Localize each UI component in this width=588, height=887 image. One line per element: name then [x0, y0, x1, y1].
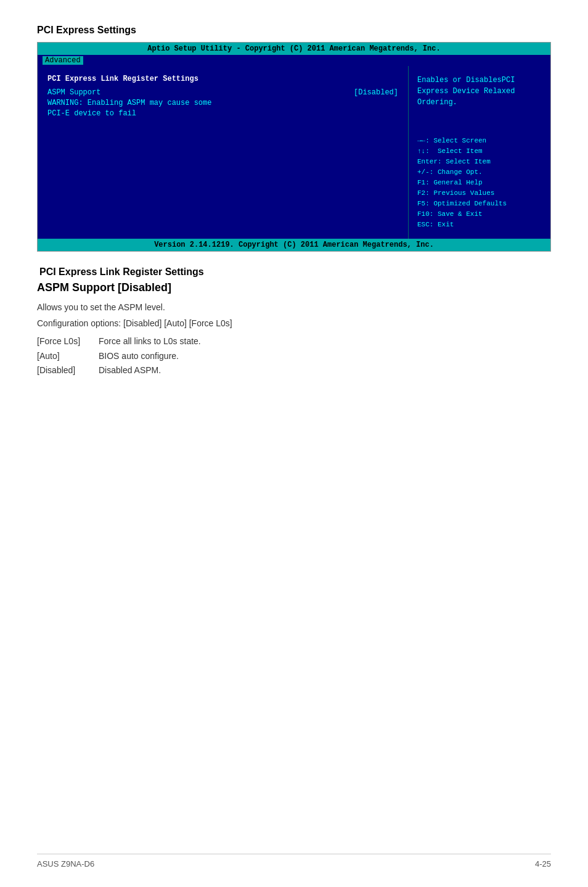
section-title: PCI Express Settings	[37, 25, 551, 36]
footer-right: 4-25	[535, 859, 551, 868]
description-line1: Allows you to set the ASPM level.	[37, 300, 551, 314]
option-val-auto: BIOS auto configure.	[99, 349, 551, 364]
bios-aspm-value: [Disabled]	[354, 88, 398, 97]
options-table: [Force L0s] Force all links to L0s state…	[37, 334, 551, 378]
bios-header: Aptio Setup Utility - Copyright (C) 2011…	[38, 43, 550, 55]
footer-left: ASUS Z9NA-D6	[37, 859, 94, 868]
bios-aspm-label: ASPM Support	[47, 88, 100, 97]
bios-screenshot: Aptio Setup Utility - Copyright (C) 2011…	[37, 42, 551, 252]
bios-keys: →←: Select Screen ↑↓: Select Item Enter:…	[417, 136, 542, 230]
description-line2: Configuration options: [Disabled] [Auto]…	[37, 316, 551, 330]
bios-tab-row: Advanced	[38, 55, 550, 66]
option-key-forcel0s: [Force L0s]	[37, 334, 99, 349]
bios-section-label: PCI Express Link Register Settings	[47, 75, 398, 83]
option-row-disabled: [Disabled] Disabled ASPM.	[37, 363, 551, 378]
bios-footer: Version 2.14.1219. Copyright (C) 2011 Am…	[38, 239, 550, 251]
option-val-disabled: Disabled ASPM.	[99, 363, 551, 378]
bios-right-panel: Enables or DisablesPCIExpress Device Rel…	[409, 66, 550, 239]
bios-main: PCI Express Link Register Settings ASPM …	[38, 66, 550, 239]
subsection-title: PCI Express Link Register Settings	[37, 266, 551, 278]
page-footer: ASUS Z9NA-D6 4-25	[37, 854, 551, 868]
item-title: ASPM Support [Disabled]	[37, 281, 551, 294]
option-row-forcel0s: [Force L0s] Force all links to L0s state…	[37, 334, 551, 349]
bios-help-text: Enables or DisablesPCIExpress Device Rel…	[417, 75, 542, 108]
bios-aspm-row: ASPM Support [Disabled]	[47, 88, 398, 97]
option-key-auto: [Auto]	[37, 349, 99, 364]
option-key-disabled: [Disabled]	[37, 363, 99, 378]
option-row-auto: [Auto] BIOS auto configure.	[37, 349, 551, 364]
bios-tab-advanced[interactable]: Advanced	[43, 56, 83, 65]
bios-left-panel: PCI Express Link Register Settings ASPM …	[38, 66, 409, 239]
bios-warning: WARNING: Enabling ASPM may cause some PC…	[47, 98, 398, 119]
option-val-forcel0s: Force all links to L0s state.	[99, 334, 551, 349]
